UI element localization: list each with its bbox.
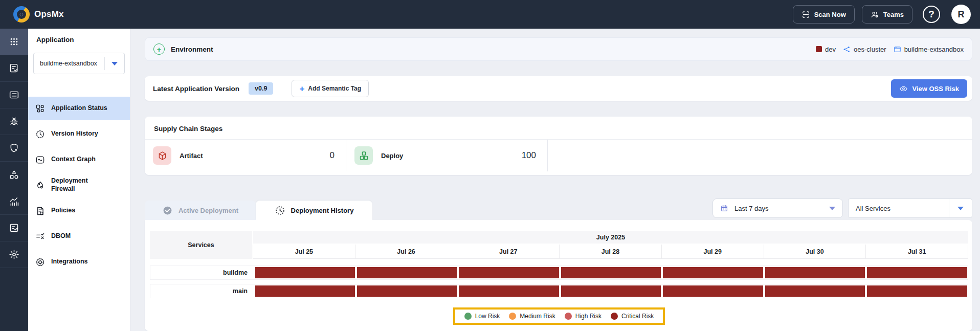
stage-artifact[interactable]: Artifact 0	[145, 140, 346, 171]
service-row-buildme: buildme	[150, 266, 968, 280]
rail-analytics-chart-icon[interactable]	[0, 188, 28, 215]
expand-environment-icon[interactable]: +	[153, 43, 165, 55]
stage-name: Artifact	[180, 152, 203, 160]
sidebar-item-label: Context Graph	[51, 156, 96, 164]
user-avatar[interactable]: R	[951, 5, 971, 24]
risk-bar-cell[interactable]	[764, 284, 865, 298]
sidebar-item-label: Version History	[51, 130, 98, 138]
critical-risk-bar[interactable]	[459, 267, 559, 278]
legend-item-critical-risk: Critical Risk	[611, 313, 654, 320]
rail-clipboard-check-icon[interactable]	[0, 55, 28, 82]
application-dropdown-value: buildme-extsandbox	[34, 60, 104, 67]
date-range-dropdown[interactable]: Last 7 days	[712, 198, 843, 218]
latest-version-label: Latest Application Version	[153, 85, 239, 93]
critical-risk-bar[interactable]	[867, 267, 967, 278]
rail-shield-lock-icon[interactable]	[0, 135, 28, 162]
chevron-down-icon	[829, 207, 835, 210]
app-status-icon	[35, 104, 45, 114]
scan-now-button[interactable]: Scan Now	[793, 5, 855, 24]
plus-icon: +	[299, 84, 304, 93]
history-dashed-clock-icon	[275, 205, 285, 216]
chevron-down-icon	[957, 207, 964, 210]
risk-bar-cell[interactable]	[355, 266, 457, 279]
risk-bar-cell[interactable]	[458, 284, 560, 298]
filters: Last 7 days All Services	[712, 198, 972, 220]
risk-bar-cell[interactable]	[662, 266, 764, 279]
rail-apps-grid-icon[interactable]	[0, 29, 28, 55]
tab-deployment-history[interactable]: Deployment History	[256, 201, 372, 220]
sidebar-item-label: Deployment Firewall	[51, 177, 98, 193]
critical-risk-bar[interactable]	[663, 267, 763, 278]
critical-risk-bar[interactable]	[663, 285, 763, 297]
legend-label: Critical Risk	[621, 313, 654, 320]
date-range-value: Last 7 days	[734, 205, 823, 212]
teams-button[interactable]: Teams	[862, 5, 912, 24]
version-bar: Latest Application Version v0.9 + Add Se…	[145, 76, 972, 101]
rail-settings-gear-icon[interactable]	[0, 241, 28, 268]
brand-name: OpsMx	[34, 9, 64, 19]
risk-bar-cell[interactable]	[355, 284, 457, 298]
sidebar-item-application-status[interactable]: Application Status	[28, 97, 130, 120]
topbar-actions: Scan Now Teams ? R	[793, 5, 971, 24]
brand-logo[interactable]: OpsMx	[13, 6, 64, 23]
stage-name: Deploy	[381, 152, 403, 160]
risk-bar-cell[interactable]	[254, 284, 355, 298]
sidebar-item-deployment-firewall[interactable]: Deployment Firewall	[28, 173, 130, 197]
avatar-initial: R	[958, 9, 965, 20]
calendar-icon	[720, 204, 728, 212]
legend-label: Low Risk	[475, 313, 500, 320]
rail-report-check-icon[interactable]	[0, 215, 28, 241]
critical-risk-bar[interactable]	[765, 267, 865, 278]
top-bar: OpsMx Scan Now Teams ? R	[0, 0, 980, 29]
rail-list-box-icon[interactable]	[0, 82, 28, 108]
risk-bar-cell[interactable]	[866, 266, 968, 279]
tab-active-deployment[interactable]: Active Deployment	[145, 201, 256, 220]
critical-risk-bar[interactable]	[459, 285, 559, 297]
risk-bar-cell[interactable]	[254, 266, 355, 279]
risk-bar-cell[interactable]	[560, 284, 661, 298]
critical-risk-bar[interactable]	[867, 285, 967, 297]
view-oss-risk-button[interactable]: View OSS Risk	[891, 79, 967, 98]
critical-risk-bar[interactable]	[561, 267, 661, 278]
add-semantic-tag-button[interactable]: + Add Semantic Tag	[292, 80, 369, 97]
risk-bar-cell[interactable]	[458, 266, 560, 279]
rail-shapes-icon[interactable]	[0, 162, 28, 188]
risk-bar-cell[interactable]	[764, 266, 865, 279]
application-dropdown[interactable]: buildme-extsandbox	[33, 53, 125, 74]
sidebar-item-label: Integrations	[51, 258, 88, 266]
add-semantic-tag-label: Add Semantic Tag	[308, 85, 361, 92]
environment-title: Environment	[171, 46, 213, 53]
dbom-checklist-icon	[35, 232, 45, 241]
supply-chain-title: Supply Chain Stages	[145, 117, 972, 140]
critical-risk-bar[interactable]	[357, 267, 457, 278]
cluster-network-icon	[843, 46, 851, 53]
view-oss-risk-label: View OSS Risk	[912, 85, 959, 93]
sidebar-item-version-history[interactable]: Version History	[28, 122, 130, 146]
sidebar-item-policies[interactable]: Policies	[28, 199, 130, 223]
service-filter-dropdown[interactable]: All Services	[848, 198, 972, 218]
risk-bar-cell[interactable]	[866, 284, 968, 298]
low-risk-dot-icon	[464, 313, 472, 320]
rail-bug-icon[interactable]	[0, 108, 28, 135]
environment-name-tag: dev	[816, 46, 836, 53]
risk-bar-cell[interactable]	[560, 266, 661, 279]
stage-deploy[interactable]: Deploy 100	[346, 140, 548, 171]
firewall-flame-icon	[35, 181, 45, 190]
risk-bar-cell[interactable]	[662, 284, 764, 298]
help-button[interactable]: ?	[923, 6, 940, 23]
sidebar-item-context-graph[interactable]: Context Graph	[28, 148, 130, 171]
legend-label: Medium Risk	[520, 313, 555, 320]
critical-risk-bar[interactable]	[357, 285, 457, 297]
critical-risk-bar[interactable]	[255, 285, 355, 297]
month-header: July 2025	[253, 231, 968, 245]
sidebar-item-integrations[interactable]: Integrations	[28, 250, 130, 274]
deploy-boxes-icon	[354, 146, 373, 165]
critical-risk-bar[interactable]	[255, 267, 355, 278]
critical-risk-bar[interactable]	[765, 285, 865, 297]
sidebar-item-dbom[interactable]: DBOM	[28, 225, 130, 248]
eye-icon	[899, 84, 908, 93]
medium-risk-dot-icon	[509, 313, 516, 320]
risk-legend-highlighted: Low Risk Medium Risk High Risk Crit	[453, 307, 665, 325]
critical-risk-bar[interactable]	[561, 285, 661, 297]
legend-label: High Risk	[575, 313, 602, 320]
